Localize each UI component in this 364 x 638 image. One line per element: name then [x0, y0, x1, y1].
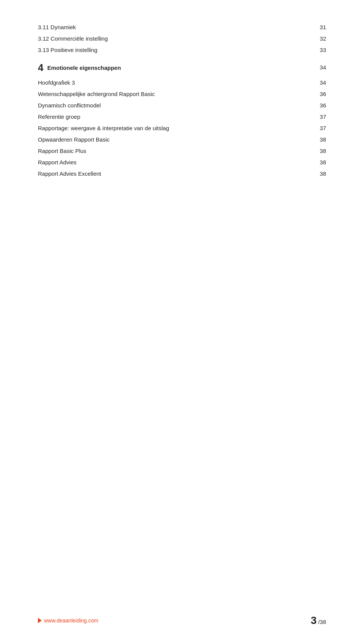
toc-page-num: 36	[311, 101, 326, 110]
toc-entry-entry-hoofdgrafiek-3: Hoofdgrafiek 3 34	[38, 78, 326, 87]
toc-entry-entry-3-13: 3.13 Positieve instelling 33	[38, 46, 326, 55]
toc-label: Referentie groep	[38, 112, 311, 121]
toc-entry-entry-referentie: Referentie groep 37	[38, 112, 326, 121]
toc-entry-entry-rapport-advies: Rapport Advies 38	[38, 158, 326, 167]
toc-page-num: 38	[311, 169, 326, 178]
toc-label: Rapport Basic Plus	[38, 147, 311, 156]
toc-section-label: 4 Emotionele eigenschappen	[38, 60, 311, 76]
toc-label: 3.12 Commerciële instelling	[38, 34, 311, 43]
toc-label: Hoofdgrafiek 3	[38, 78, 311, 87]
current-page: 3	[311, 614, 317, 627]
toc-entry-entry-rapportage: Rapportage: weergave & interpretatie van…	[38, 124, 326, 133]
toc-page-num: 34	[311, 63, 326, 72]
page-container: 3.11 Dynamiek 31 3.12 Commerciële instel…	[0, 0, 364, 638]
toc-entry-entry-wetenschappelijk: Wetenschappelijke achtergrond Rapport Ba…	[38, 90, 326, 99]
total-pages: /38	[318, 619, 326, 625]
footer-page-number: 3 /38	[311, 614, 326, 627]
toc-page-num: 38	[311, 147, 326, 156]
toc-label: Rapportage: weergave & interpretatie van…	[38, 124, 311, 133]
toc-page-num: 34	[311, 78, 326, 87]
toc-label: Dynamisch conflictmodel	[38, 101, 311, 110]
toc-entry-entry-opwaarderen: Opwaarderen Rapport Basic 38	[38, 135, 326, 144]
toc-page-num: 37	[311, 124, 326, 133]
toc-list: 3.11 Dynamiek 31 3.12 Commerciële instel…	[38, 23, 326, 178]
toc-page-num: 31	[311, 23, 326, 32]
toc-label: Rapport Advies	[38, 158, 311, 167]
toc-page-num: 36	[311, 90, 326, 99]
toc-entry-entry-3-11: 3.11 Dynamiek 31	[38, 23, 326, 32]
toc-entry-entry-rapport-advies-excellent: Rapport Advies Excellent 38	[38, 169, 326, 178]
toc-entry-entry-dynamisch: Dynamisch conflictmodel 36	[38, 101, 326, 110]
footer-link-container: www.deaanleiding.com	[38, 618, 98, 624]
toc-section-section-4: 4 Emotionele eigenschappen 34	[38, 60, 326, 76]
toc-page-num: 37	[311, 112, 326, 121]
page-footer: www.deaanleiding.com 3 /38	[0, 614, 364, 627]
toc-label: Wetenschappelijke achtergrond Rapport Ba…	[38, 90, 311, 99]
footer-website-link[interactable]: www.deaanleiding.com	[44, 618, 98, 624]
toc-page-num: 38	[311, 158, 326, 167]
section-number: 4	[38, 62, 43, 73]
section-title: Emotionele eigenschappen	[47, 65, 121, 71]
toc-label: 3.11 Dynamiek	[38, 23, 311, 32]
arrow-right-icon	[38, 618, 42, 623]
toc-label: 3.13 Positieve instelling	[38, 46, 311, 55]
toc-label: Rapport Advies Excellent	[38, 169, 311, 178]
toc-page-num: 32	[311, 34, 326, 43]
toc-entry-entry-3-12: 3.12 Commerciële instelling 32	[38, 34, 326, 43]
toc-entry-entry-rapport-basic-plus: Rapport Basic Plus 38	[38, 147, 326, 156]
toc-label: Opwaarderen Rapport Basic	[38, 135, 311, 144]
toc-page-num: 38	[311, 135, 326, 144]
toc-page-num: 33	[311, 46, 326, 55]
